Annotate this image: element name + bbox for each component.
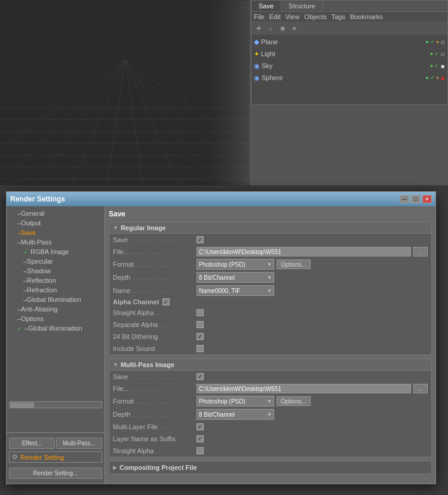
plane-dot1: ●: [425, 39, 428, 45]
reg-format-value: Photoshop (PSD) ▼ Options...: [197, 259, 428, 270]
reg-browse-button[interactable]: ...: [413, 247, 428, 256]
down-icon[interactable]: ↓: [266, 23, 275, 33]
sidebar-item-save[interactable]: –Save: [7, 228, 105, 237]
separate-alpha-row: Separate Alpha ...: [109, 319, 431, 331]
dialog-body: –General –Output –Save –Multi-Pass RGBA …: [7, 206, 435, 484]
close-button[interactable]: ✕: [422, 195, 432, 203]
svg-rect-18: [119, 0, 250, 185]
reg-format-row: Format ........... Photoshop (PSD) ▼ Opt…: [109, 258, 431, 271]
objects-tabs: Save Structure: [251, 1, 447, 12]
alpha-channel-row: Alpha Channel: [109, 297, 431, 307]
bit-dithering-value: [197, 333, 428, 340]
sidebar-item-shadow[interactable]: –Shadow: [7, 266, 105, 276]
mp-format-row: Format ........... Photoshop (PSD) ▼ Opt…: [109, 395, 431, 408]
regular-image-label: Regular Image: [121, 224, 166, 231]
alpha-channel-checkbox[interactable]: [162, 298, 170, 305]
sidebar-item-reflection[interactable]: –Reflection: [7, 276, 105, 285]
plane-check: ✓: [430, 39, 435, 45]
sidebar-item-globalillum2[interactable]: –Global Illumination: [7, 323, 105, 333]
sidebar-scrollbar[interactable]: [9, 401, 102, 408]
regular-image-header[interactable]: ▼ Regular Image: [109, 222, 431, 234]
object-row-sphere[interactable]: ◉ Sphere ● ✓ ● ●: [251, 72, 447, 84]
include-sound-row: Include Sound ...: [109, 343, 431, 355]
mp-file-input[interactable]: [197, 384, 411, 393]
mp-multilayer-checkbox[interactable]: [197, 423, 204, 430]
move-icon[interactable]: ✛: [254, 23, 263, 33]
mp-save-checkbox[interactable]: [197, 373, 204, 380]
menu-file[interactable]: File: [254, 13, 265, 20]
mp-layername-checkbox[interactable]: [197, 435, 204, 442]
gear-icon: ⚙: [12, 453, 18, 461]
sphere-dot: ◉: [254, 74, 260, 82]
multipass-arrow-icon: ▼: [113, 362, 118, 368]
multipass-image-header[interactable]: ▼ Multi-Pass Image: [109, 359, 431, 371]
effect-button[interactable]: Effect...: [9, 438, 55, 449]
sidebar-item-antialiasing[interactable]: –Anti-Aliasing: [7, 304, 105, 314]
reg-depth-arrow-icon: ▼: [267, 275, 272, 280]
menu-edit[interactable]: Edit: [269, 13, 281, 20]
sidebar-buttons: Effect... Multi-Pass...: [9, 438, 102, 449]
separate-alpha-checkbox[interactable]: [197, 321, 204, 328]
sky-check: ✓: [434, 63, 439, 69]
render-setting-row[interactable]: ⚙ Render Setting: [9, 451, 102, 463]
sphere-controls: ● ✓ ● ●: [425, 74, 445, 82]
sky-sphere: ●: [440, 62, 445, 71]
mp-depth-dropdown[interactable]: 8 Bit/Channel ▼: [197, 409, 274, 420]
multipass-button[interactable]: Multi-Pass...: [56, 438, 102, 449]
mp-multilayer-value: [197, 423, 428, 430]
render-setting-button[interactable]: Render Setting...: [9, 468, 102, 479]
object-row-plane[interactable]: ◆ Plane ● ✓ ● ○: [251, 36, 447, 48]
sidebar-item-general[interactable]: –General: [7, 209, 105, 218]
sidebar-item-multipass[interactable]: –Multi-Pass: [7, 237, 105, 247]
dialog-sidebar: –General –Output –Save –Multi-Pass RGBA …: [7, 206, 105, 484]
list-icon[interactable]: ≡: [290, 23, 299, 33]
plane-dot: ◆: [254, 38, 259, 46]
maximize-button[interactable]: □: [411, 195, 421, 203]
menu-objects[interactable]: Objects: [304, 13, 326, 20]
include-sound-checkbox[interactable]: [197, 345, 204, 352]
mp-straightalpha-checkbox[interactable]: [197, 447, 204, 454]
sky-name: Sky: [262, 62, 428, 69]
include-sound-label: Include Sound ...: [113, 345, 197, 352]
bit-dithering-checkbox[interactable]: [197, 333, 204, 340]
menu-tags[interactable]: Tags: [332, 13, 345, 20]
object-row-sky[interactable]: ◉ Sky ● ✓ ●: [251, 60, 447, 72]
sky-dot1: ●: [430, 63, 433, 69]
dialog-titlebar: Render Settings — □ ✕: [7, 192, 435, 206]
scroll-handle[interactable]: [10, 402, 34, 408]
straight-alpha-value: [197, 309, 428, 316]
mp-browse-button[interactable]: ...: [413, 384, 428, 393]
minimize-button[interactable]: —: [400, 195, 409, 203]
reg-depth-text: 8 Bit/Channel: [199, 274, 235, 281]
mp-format-text: Photoshop (PSD): [199, 398, 246, 405]
straight-alpha-checkbox[interactable]: [197, 309, 204, 316]
reg-depth-dropdown[interactable]: 8 Bit/Channel ▼: [197, 272, 274, 283]
regular-image-section: ▼ Regular Image Save ................ Fi…: [109, 222, 432, 355]
sidebar-item-specular[interactable]: –Specular: [7, 256, 105, 266]
sidebar-item-rgba[interactable]: RGBA Image: [7, 247, 105, 256]
sidebar-item-output[interactable]: –Output: [7, 218, 105, 228]
reg-save-checkbox[interactable]: [197, 236, 204, 243]
sidebar-item-refraction[interactable]: –Refraction: [7, 285, 105, 295]
viewport-3d[interactable]: [0, 0, 251, 185]
mp-straightalpha-value: [197, 447, 428, 454]
object-row-light[interactable]: ✦ Light ● ✓ ○: [251, 48, 447, 60]
compositing-section[interactable]: ▶ Compositing Project File: [109, 461, 432, 474]
reg-options-button[interactable]: Options...: [277, 259, 311, 269]
render-setting-label: Render Setting: [20, 454, 64, 461]
mp-format-dropdown[interactable]: Photoshop (PSD) ▼: [197, 396, 274, 407]
sky-controls: ● ✓ ●: [430, 62, 445, 71]
menu-view[interactable]: View: [286, 13, 300, 20]
reg-name-dropdown[interactable]: Name0000, TIF ▼: [197, 285, 274, 296]
reg-file-input[interactable]: [197, 247, 411, 256]
reg-name-text: Name0000, TIF: [199, 288, 240, 294]
reg-format-dropdown[interactable]: Photoshop (PSD) ▼: [197, 259, 274, 270]
tab-structure[interactable]: Structure: [281, 1, 323, 11]
add-icon[interactable]: ⊕: [278, 23, 287, 33]
sidebar-item-options[interactable]: –Options: [7, 314, 105, 323]
sidebar-item-globalillum1[interactable]: –Global Illumination: [7, 295, 105, 304]
compositing-arrow-icon: ▶: [113, 465, 117, 470]
menu-bookmarks[interactable]: Bookmarks: [350, 13, 383, 20]
mp-options-button[interactable]: Options...: [277, 396, 311, 406]
tab-objects[interactable]: Save: [251, 1, 281, 11]
